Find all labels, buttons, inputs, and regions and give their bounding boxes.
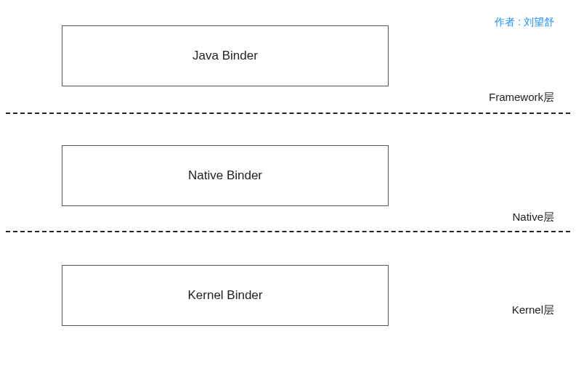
native-binder-box: Native Binder [62,145,389,206]
divider-framework-native [6,113,570,114]
divider-native-kernel [6,231,570,232]
java-binder-box: Java Binder [62,25,389,86]
kernel-binder-box: Kernel Binder [62,265,389,326]
framework-layer-label: Framework层 [489,91,554,105]
author-credit: 作者 : 刘望舒 [495,16,554,29]
kernel-layer-label: Kernel层 [512,303,554,317]
native-layer-label: Native层 [512,211,554,224]
